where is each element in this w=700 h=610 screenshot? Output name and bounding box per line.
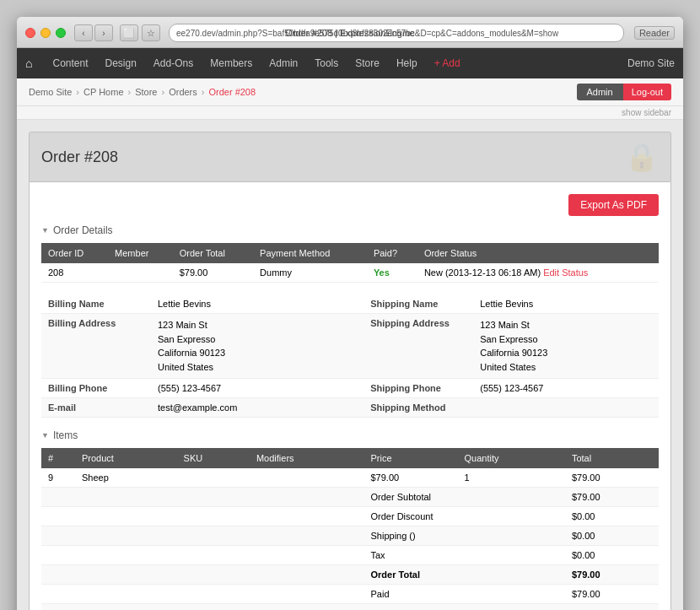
ship-addr1: 123 Main St — [480, 318, 652, 332]
col-order-status: Order Status — [417, 243, 659, 263]
nav-members[interactable]: Members — [202, 48, 261, 78]
item-modifiers — [250, 468, 364, 488]
billing-phone-value: (555) 123-4567 — [151, 379, 363, 398]
billing-addr4: United States — [158, 360, 357, 375]
summary-value-3: $0.00 — [565, 546, 659, 565]
breadcrumb-current: Order #208 — [208, 87, 256, 97]
logout-button[interactable]: Log-out — [623, 84, 671, 100]
summary-row-6: Balance Due $0.00 — [41, 604, 659, 611]
shipping-name-value: Lettie Bevins — [473, 294, 659, 314]
nav-bar: ⌂ Content Design Add-Ons Members Admin T… — [17, 48, 683, 78]
summary-value-1: $0.00 — [565, 507, 659, 526]
page-title: Order #208 — [41, 148, 118, 166]
home-icon[interactable]: ⌂ — [25, 57, 32, 70]
summary-value-6: $0.00 — [565, 604, 659, 611]
item-row: 9 Sheep $79.00 1 $79.00 — [41, 468, 659, 488]
summary-label-6: Balance Due — [364, 604, 565, 611]
summary-value-5: $79.00 — [565, 585, 659, 604]
breadcrumb-sep-2: › — [128, 87, 132, 97]
page-header: Order #208 🔒 — [29, 132, 671, 182]
item-num: 9 — [41, 468, 75, 488]
nav-addons[interactable]: Add-Ons — [145, 48, 202, 78]
billing-addr3: California 90123 — [158, 346, 357, 360]
status-text: New (2013-12-13 06:18 AM) — [424, 267, 541, 278]
nav-help[interactable]: Help — [388, 48, 426, 78]
billing-addr1: 123 Main St — [158, 318, 357, 332]
billing-addr2: San Expresso — [158, 332, 357, 347]
shipping-phone-value: (555) 123-4567 — [473, 379, 659, 398]
ship-addr3: California 90123 — [480, 346, 652, 360]
export-pdf-button[interactable]: Export As PDF — [568, 194, 659, 216]
col-order-total: Order Total — [173, 243, 253, 263]
payment-method-cell: Dummy — [253, 263, 367, 283]
shipping-phone-label: Shipping Phone — [363, 379, 473, 398]
auth-area: Admin Log-out — [577, 84, 672, 100]
ship-addr4: United States — [480, 360, 652, 375]
shipping-name-label: Shipping Name — [363, 294, 473, 314]
nav-add[interactable]: + Add — [426, 48, 469, 78]
phone-row: Billing Phone (555) 123-4567 Shipping Ph… — [41, 379, 659, 398]
breadcrumb-store[interactable]: Store — [135, 87, 157, 97]
nav-content[interactable]: Content — [44, 48, 96, 78]
close-button[interactable] — [25, 28, 35, 38]
status-cell: New (2013-12-13 06:18 AM) Edit Status — [417, 263, 659, 283]
billing-name-value: Lettie Bevins — [151, 294, 363, 314]
watermark-icon: 🔒 — [625, 141, 659, 173]
billing-address-value: 123 Main St San Expresso California 9012… — [151, 314, 363, 379]
billing-address-label: Billing Address — [41, 314, 151, 379]
browser-nav: ‹ › — [74, 24, 113, 41]
breadcrumb-bar: Demo Site › CP Home › Store › Orders › O… — [17, 78, 683, 106]
shipping-method-value — [473, 398, 659, 418]
item-product: Sheep — [75, 468, 177, 488]
window-controls — [25, 28, 66, 38]
summary-value-0: $79.00 — [565, 488, 659, 507]
nav-store[interactable]: Store — [347, 48, 388, 78]
admin-label: Admin — [577, 84, 623, 100]
nav-admin[interactable]: Admin — [261, 48, 306, 78]
col-member: Member — [108, 243, 173, 263]
billing-phone-label: Billing Phone — [41, 379, 151, 398]
edit-status-link[interactable]: Edit Status — [543, 267, 588, 278]
maximize-button[interactable] — [56, 28, 66, 38]
order-row: 208 $79.00 Dummy Yes New (2013-12-13 06:… — [41, 263, 659, 283]
shipping-method-label: Shipping Method — [363, 398, 473, 418]
items-table: # Product SKU Modifiers Price Quantity T… — [41, 448, 659, 610]
minimize-button[interactable] — [40, 28, 51, 38]
name-row: Billing Name Lettie Bevins Shipping Name… — [41, 294, 659, 314]
breadcrumb-cphome[interactable]: CP Home — [83, 87, 123, 97]
summary-row-2: Shipping () $0.00 — [41, 526, 659, 546]
bookmark-icon[interactable]: ☆ — [142, 24, 160, 41]
breadcrumb-orders[interactable]: Orders — [169, 87, 197, 97]
col-sku: SKU — [177, 448, 250, 468]
back-button[interactable]: ‹ — [74, 24, 93, 41]
content-area: Export As PDF Order Details Order ID Mem… — [29, 182, 671, 610]
item-sku — [177, 468, 250, 488]
email-value: test@example.com — [151, 398, 363, 418]
shipping-address-label: Shipping Address — [363, 314, 473, 379]
col-num: # — [41, 448, 75, 468]
member-cell — [108, 263, 173, 283]
col-modifiers: Modifiers — [250, 448, 364, 468]
summary-value-4: $79.00 — [565, 565, 659, 585]
summary-label-0: Order Subtotal — [364, 488, 565, 507]
nav-design[interactable]: Design — [97, 48, 145, 78]
show-sidebar-link[interactable]: show sidebar — [29, 108, 671, 117]
forward-button[interactable]: › — [94, 24, 113, 41]
col-price: Price — [364, 448, 458, 468]
breadcrumb-sep-1: › — [76, 87, 79, 97]
reader-button[interactable]: Reader — [634, 26, 675, 40]
item-quantity: 1 — [458, 468, 565, 488]
order-id-cell: 208 — [41, 263, 108, 283]
breadcrumb-sep-3: › — [161, 87, 164, 97]
billing-name-label: Billing Name — [41, 294, 151, 314]
col-payment-method: Payment Method — [253, 243, 367, 263]
breadcrumb-demosite[interactable]: Demo Site — [29, 87, 72, 97]
col-product: Product — [75, 448, 177, 468]
item-total: $79.00 — [565, 468, 659, 488]
summary-label-2: Shipping () — [364, 526, 565, 546]
summary-label-4: Order Total — [364, 565, 565, 585]
summary-label-5: Paid — [364, 585, 565, 604]
col-paid: Paid? — [367, 243, 417, 263]
nav-tools[interactable]: Tools — [306, 48, 347, 78]
share-icon[interactable]: ⬜ — [120, 24, 138, 41]
